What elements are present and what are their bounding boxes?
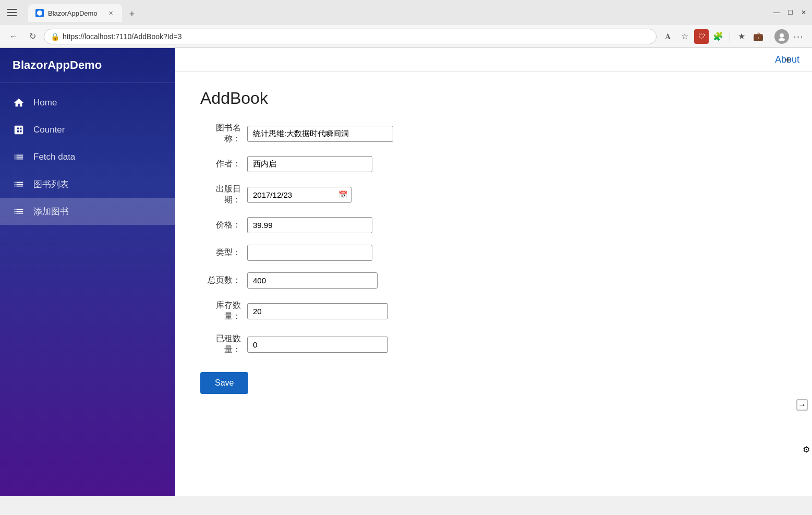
wallet-icon[interactable]: 💼 bbox=[751, 29, 766, 44]
top-bar: About bbox=[175, 48, 812, 72]
new-tab-button[interactable]: + bbox=[124, 6, 140, 22]
sidebar-header: BlazorAppDemo bbox=[0, 48, 175, 83]
counter-icon bbox=[13, 124, 25, 136]
stock-input[interactable] bbox=[247, 303, 388, 319]
right-sidebar-icons: → bbox=[794, 397, 810, 413]
svg-point-3 bbox=[37, 10, 42, 16]
shield-icon[interactable]: 🛡 bbox=[694, 29, 709, 44]
sidebar-item-add-book[interactable]: 添加图书 bbox=[0, 198, 175, 225]
pages-label: 总页数： bbox=[200, 275, 247, 286]
counter-label: Counter bbox=[33, 125, 65, 135]
back-button[interactable]: ← bbox=[6, 29, 21, 44]
author-label: 作者： bbox=[200, 159, 247, 170]
save-button[interactable]: Save bbox=[200, 372, 248, 394]
form-row-book-title: 图书名称： bbox=[200, 123, 787, 145]
book-list-icon bbox=[13, 178, 25, 190]
form-row-author: 作者： bbox=[200, 156, 787, 172]
sidebar-scroll-icon[interactable]: → bbox=[796, 399, 808, 411]
type-input[interactable] bbox=[247, 245, 372, 261]
sidebar-item-fetch-data[interactable]: Fetch data bbox=[0, 143, 175, 171]
toolbar-separator bbox=[730, 31, 730, 42]
sidebar-item-counter[interactable]: Counter bbox=[0, 116, 175, 143]
read-aloud-icon[interactable]: 𝐀 bbox=[661, 29, 675, 44]
app-title: BlazorAppDemo bbox=[13, 58, 102, 71]
page-title: AddBook bbox=[200, 89, 787, 108]
close-button[interactable]: ✕ bbox=[799, 8, 808, 17]
collection-icon[interactable]: ★ bbox=[734, 29, 749, 44]
svg-rect-2 bbox=[7, 15, 17, 16]
sidebar-toggle[interactable] bbox=[4, 5, 20, 20]
sidebar-item-book-list[interactable]: 图书列表 bbox=[0, 171, 175, 198]
settings-icon-right[interactable]: ⚙ bbox=[803, 445, 810, 454]
svg-point-5 bbox=[779, 38, 785, 41]
sidebar-item-home[interactable]: Home bbox=[0, 89, 175, 116]
browser-tab[interactable]: BlazorAppDemo ✕ bbox=[28, 4, 122, 22]
refresh-button[interactable]: ↻ bbox=[25, 29, 40, 44]
form-row-rented: 已租数量： bbox=[200, 333, 787, 355]
maximize-button[interactable]: ☐ bbox=[786, 8, 794, 17]
more-menu-button[interactable]: ··· bbox=[791, 29, 806, 44]
home-label: Home bbox=[33, 98, 57, 108]
pages-input[interactable] bbox=[247, 272, 378, 289]
rented-label: 已租数量： bbox=[200, 333, 247, 355]
pub-date-input[interactable] bbox=[247, 187, 352, 203]
content-area: AddBook 图书名称： 作者： 出版日期： 📅 价格： bbox=[175, 72, 812, 411]
add-book-icon bbox=[13, 205, 25, 218]
svg-point-4 bbox=[780, 33, 784, 38]
book-list-label: 图书列表 bbox=[33, 178, 69, 190]
fetch-data-label: Fetch data bbox=[33, 152, 75, 162]
stock-label: 库存数量： bbox=[200, 300, 247, 322]
type-label: 类型： bbox=[200, 247, 247, 258]
tab-title: BlazorAppDemo bbox=[48, 9, 102, 17]
svg-rect-1 bbox=[7, 12, 17, 13]
home-icon bbox=[13, 97, 25, 109]
pub-date-label: 出版日期： bbox=[200, 184, 247, 206]
add-book-label: 添加图书 bbox=[33, 206, 69, 218]
toolbar-separator-2 bbox=[770, 31, 770, 42]
form-row-stock: 库存数量： bbox=[200, 300, 787, 322]
rented-input[interactable] bbox=[247, 337, 388, 353]
main-content: About + AddBook 图书名称： 作者： 出版日期： 📅 bbox=[175, 48, 812, 496]
favorites-icon[interactable]: ☆ bbox=[677, 29, 692, 44]
price-input[interactable] bbox=[247, 217, 372, 233]
plus-icon[interactable]: + bbox=[784, 53, 791, 67]
tab-favicon bbox=[35, 9, 44, 17]
sidebar-nav: Home Counter Fetch data 图书 bbox=[0, 83, 175, 231]
book-title-input[interactable] bbox=[247, 126, 393, 142]
save-button-container: Save bbox=[200, 367, 787, 394]
url-text: https://localhost:7110/AddBook?Id=3 bbox=[63, 32, 181, 41]
author-input[interactable] bbox=[247, 156, 372, 172]
date-input-wrapper: 📅 bbox=[247, 187, 352, 203]
profile-icon[interactable] bbox=[774, 29, 789, 44]
sidebar: BlazorAppDemo Home Counter bbox=[0, 48, 175, 496]
form-row-pub-date: 出版日期： 📅 bbox=[200, 184, 787, 206]
calendar-icon[interactable]: 📅 bbox=[338, 190, 347, 199]
book-title-label: 图书名称： bbox=[200, 123, 247, 145]
tab-close-button[interactable]: ✕ bbox=[106, 9, 115, 17]
form-row-pages: 总页数： bbox=[200, 272, 787, 289]
minimize-button[interactable]: — bbox=[772, 8, 781, 17]
address-bar[interactable]: 🔒 https://localhost:7110/AddBook?Id=3 bbox=[44, 29, 657, 44]
price-label: 价格： bbox=[200, 220, 247, 231]
fetch-data-icon bbox=[13, 151, 25, 163]
form-row-type: 类型： bbox=[200, 245, 787, 261]
form-row-price: 价格： bbox=[200, 217, 787, 233]
svg-rect-0 bbox=[7, 9, 17, 10]
extensions-icon[interactable]: 🧩 bbox=[711, 29, 725, 44]
